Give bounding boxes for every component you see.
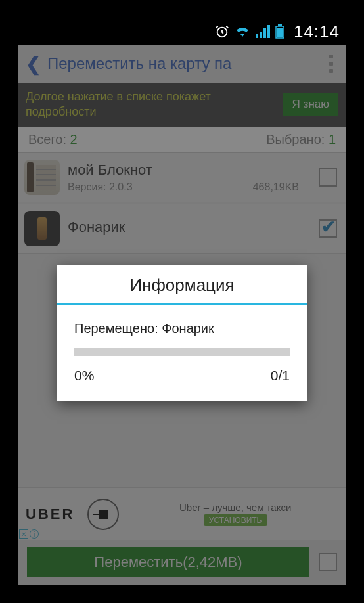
dialog-status: Перемещено: Фонарик <box>74 321 290 336</box>
svg-rect-1 <box>256 34 258 38</box>
status-bar: 14:14 <box>18 18 346 45</box>
svg-rect-4 <box>267 25 270 38</box>
battery-icon <box>275 24 284 39</box>
wifi-icon <box>235 25 250 38</box>
progress-percent: 0% <box>74 368 94 384</box>
svg-rect-2 <box>260 32 262 38</box>
progress-bar <box>74 348 290 356</box>
status-time: 14:14 <box>294 22 340 42</box>
info-dialog: Информация Перемещено: Фонарик 0% 0/1 <box>57 265 307 401</box>
progress-count: 0/1 <box>271 368 290 384</box>
dialog-title: Информация <box>57 265 307 303</box>
signal-icon <box>256 25 270 38</box>
svg-rect-7 <box>277 28 283 37</box>
svg-rect-3 <box>263 28 266 38</box>
alarm-icon <box>215 24 229 39</box>
